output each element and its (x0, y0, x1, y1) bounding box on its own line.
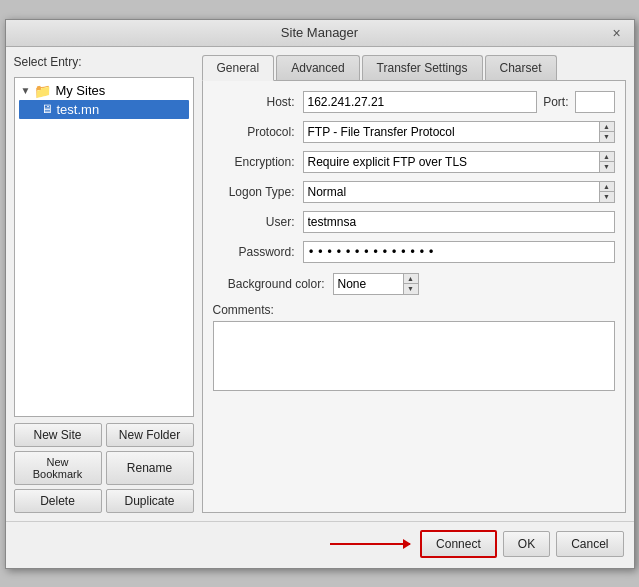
bg-select-wrap: None ▲ ▼ (333, 273, 419, 295)
encryption-spinner: ▲ ▼ (599, 151, 615, 173)
select-entry-label: Select Entry: (14, 55, 194, 69)
protocol-row: Protocol: FTP - File Transfer Protocol ▲… (213, 121, 615, 143)
cancel-button[interactable]: Cancel (556, 531, 623, 557)
encryption-up-arrow[interactable]: ▲ (600, 152, 614, 163)
new-bookmark-button[interactable]: New Bookmark (14, 451, 102, 485)
tree-item-label: test.mn (57, 102, 100, 117)
protocol-select[interactable]: FTP - File Transfer Protocol (303, 121, 599, 143)
tree-view: ▼ 📁 My Sites 🖥 test.mn (14, 77, 194, 417)
host-label: Host: (213, 95, 303, 109)
tree-arrow-icon: ▼ (21, 85, 31, 96)
left-buttons: New Site New Folder New Bookmark Rename … (14, 423, 194, 513)
encryption-select-wrap: Require explicit FTP over TLS ▲ ▼ (303, 151, 615, 173)
tabs: General Advanced Transfer Settings Chars… (202, 55, 626, 81)
user-input[interactable] (303, 211, 615, 233)
password-row: Password: (213, 241, 615, 263)
host-port-row: Port: (303, 91, 615, 113)
bg-color-select[interactable]: None (333, 273, 403, 295)
comments-label: Comments: (213, 303, 615, 317)
left-panel: Select Entry: ▼ 📁 My Sites 🖥 test.mn New… (14, 55, 194, 513)
host-row: Host: Port: (213, 91, 615, 113)
protocol-select-wrap: FTP - File Transfer Protocol ▲ ▼ (303, 121, 615, 143)
encryption-label: Encryption: (213, 155, 303, 169)
port-input[interactable] (575, 91, 615, 113)
bg-color-label: Background color: (213, 277, 333, 291)
tree-item[interactable]: 🖥 test.mn (19, 100, 189, 119)
logon-type-label: Logon Type: (213, 185, 303, 199)
logon-type-up-arrow[interactable]: ▲ (600, 182, 614, 193)
rename-button[interactable]: Rename (106, 451, 194, 485)
site-icon: 🖥 (41, 102, 53, 116)
dialog-body: Select Entry: ▼ 📁 My Sites 🖥 test.mn New… (6, 47, 634, 521)
bottom-bar: Connect OK Cancel (6, 521, 634, 568)
protocol-spinner: ▲ ▼ (599, 121, 615, 143)
tab-transfer-settings[interactable]: Transfer Settings (362, 55, 483, 80)
folder-label: My Sites (55, 83, 105, 98)
comments-textarea[interactable] (213, 321, 615, 391)
logon-type-select-wrap: Normal ▲ ▼ (303, 181, 615, 203)
tree-folder[interactable]: ▼ 📁 My Sites (19, 82, 189, 100)
tab-advanced[interactable]: Advanced (276, 55, 359, 80)
protocol-up-arrow[interactable]: ▲ (600, 122, 614, 133)
protocol-down-arrow[interactable]: ▼ (600, 132, 614, 142)
encryption-row: Encryption: Require explicit FTP over TL… (213, 151, 615, 173)
bg-color-spinner: ▲ ▼ (403, 273, 419, 295)
dialog-title: Site Manager (32, 25, 608, 40)
encryption-select[interactable]: Require explicit FTP over TLS (303, 151, 599, 173)
password-label: Password: (213, 245, 303, 259)
new-folder-button[interactable]: New Folder (106, 423, 194, 447)
host-input[interactable] (303, 91, 538, 113)
ok-button[interactable]: OK (503, 531, 550, 557)
encryption-down-arrow[interactable]: ▼ (600, 162, 614, 172)
connect-arrow (16, 543, 415, 545)
connect-button[interactable]: Connect (420, 530, 497, 558)
right-panel: General Advanced Transfer Settings Chars… (202, 55, 626, 513)
new-site-button[interactable]: New Site (14, 423, 102, 447)
tab-general[interactable]: General (202, 55, 275, 81)
logon-type-down-arrow[interactable]: ▼ (600, 192, 614, 202)
bg-color-up-arrow[interactable]: ▲ (404, 274, 418, 285)
site-manager-dialog: Site Manager × Select Entry: ▼ 📁 My Site… (5, 19, 635, 569)
bg-color-down-arrow[interactable]: ▼ (404, 284, 418, 294)
tab-charset[interactable]: Charset (485, 55, 557, 80)
folder-icon: 📁 (34, 83, 51, 99)
close-button[interactable]: × (608, 25, 626, 41)
delete-button[interactable]: Delete (14, 489, 102, 513)
comments-section: Comments: (213, 303, 615, 394)
logon-type-select[interactable]: Normal (303, 181, 599, 203)
bg-color-row: Background color: None ▲ ▼ (213, 273, 615, 295)
duplicate-button[interactable]: Duplicate (106, 489, 194, 513)
protocol-label: Protocol: (213, 125, 303, 139)
port-label: Port: (537, 95, 574, 109)
logon-type-row: Logon Type: Normal ▲ ▼ (213, 181, 615, 203)
logon-type-spinner: ▲ ▼ (599, 181, 615, 203)
tab-content-general: Host: Port: Protocol: FTP - File Transfe… (202, 81, 626, 513)
user-label: User: (213, 215, 303, 229)
title-bar: Site Manager × (6, 20, 634, 47)
user-row: User: (213, 211, 615, 233)
arrow-decoration (330, 543, 410, 545)
password-input[interactable] (303, 241, 615, 263)
